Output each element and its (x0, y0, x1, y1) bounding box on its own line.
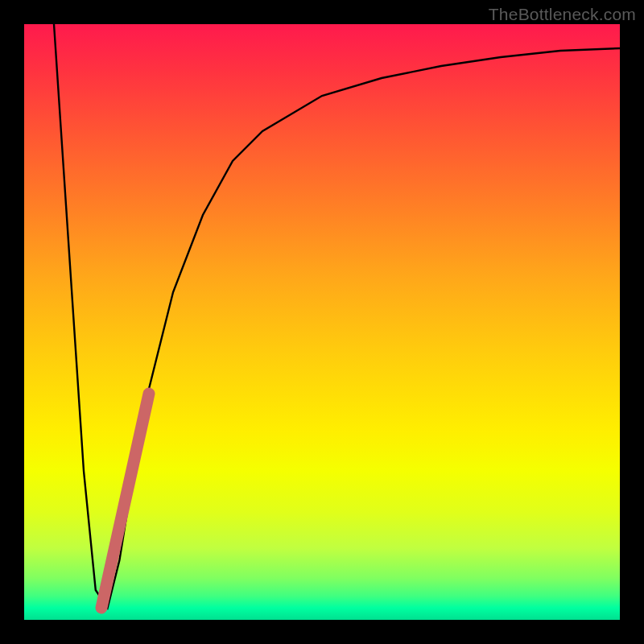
chart-container: TheBottleneck.com (0, 0, 644, 644)
bottleneck-curve-line (54, 24, 620, 608)
watermark-text: TheBottleneck.com (489, 5, 636, 24)
plot-area (24, 24, 620, 620)
curve-svg (24, 24, 620, 620)
highlight-segment-line (101, 394, 149, 608)
